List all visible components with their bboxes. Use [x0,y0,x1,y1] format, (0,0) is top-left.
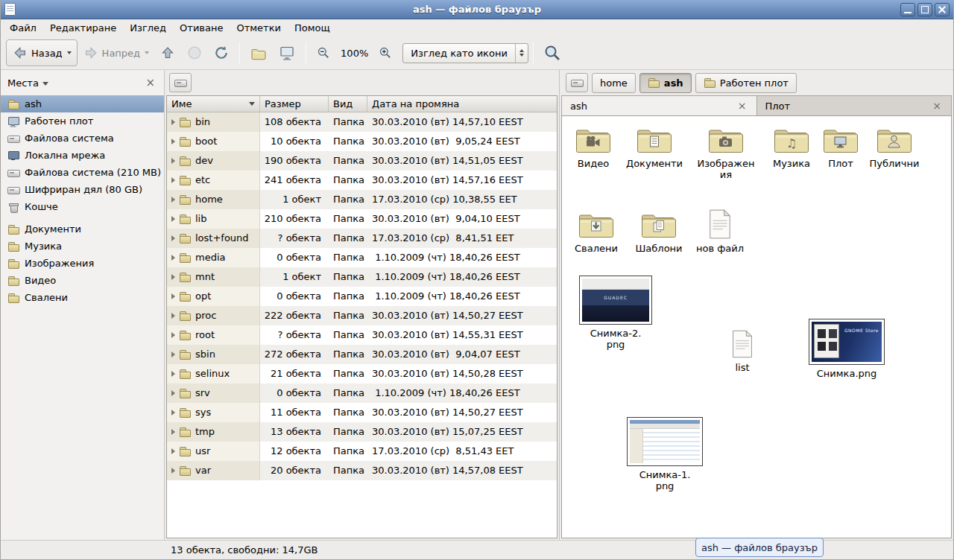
expander-icon[interactable] [171,410,175,416]
icon-view[interactable]: Видео Документи [561,115,952,538]
folder-item[interactable]: Видео [562,125,625,169]
sidebar-place-item[interactable]: Музика [1,238,164,255]
sidebar-place-item[interactable]: ash [1,95,164,112]
maximize-icon[interactable] [917,3,932,16]
folder-item[interactable]: Свалени [565,210,628,254]
expander-icon[interactable] [171,235,175,241]
table-row[interactable]: bin 108 обекта Папка 30.03.2010 (вт) 14,… [167,112,557,132]
file-item[interactable]: нов файл [689,209,751,254]
view-mode-select[interactable]: Изглед като икони [402,43,528,63]
image-item[interactable]: Снимка-1.png [626,417,704,491]
expander-icon[interactable] [171,468,175,474]
expander-icon[interactable] [171,274,175,280]
tab-ash[interactable]: ash × [562,96,757,115]
sidebar-title[interactable]: Места [7,77,39,89]
stop-button[interactable] [181,39,208,66]
expander-icon[interactable] [171,429,175,435]
table-row[interactable]: etc 241 обекта Папка 30.03.2010 (вт) 14,… [167,171,557,190]
folder-item[interactable]: Изображения [695,125,757,180]
table-row[interactable]: opt 0 обекта Папка 1.10.2009 (чт) 18,40,… [167,287,557,306]
expander-icon[interactable] [171,139,175,144]
minimize-icon[interactable] [900,3,915,16]
sidebar-selector-caret-icon[interactable] [42,82,48,86]
left-pane-location-button[interactable] [169,73,192,92]
titlebar[interactable]: ash — файлов браузър [1,0,953,19]
back-history-caret-icon[interactable] [67,51,72,54]
expander-icon[interactable] [171,390,175,396]
table-row[interactable]: sbin 272 обекта Папка 30.03.2010 (вт) 9,… [167,345,557,364]
expander-icon[interactable] [171,448,175,454]
column-header-type[interactable]: Вид [329,96,367,112]
table-row[interactable]: var 20 обекта Папка 30.03.2010 (вт) 14,5… [167,461,557,480]
sidebar-place-item[interactable]: Шифриран дял (80 GB) [1,181,164,198]
table-row[interactable]: home 1 обект Папка 17.03.2010 (ср) 10,38… [167,190,557,209]
image-item[interactable]: GNOME Store Снимка.png [808,319,885,379]
zoom-in-button[interactable] [373,39,398,66]
zoom-out-button[interactable] [311,39,336,66]
sidebar-place-item[interactable]: Кошче [1,198,164,215]
sidebar-close-button[interactable]: × [143,77,157,89]
path-button-desktop[interactable]: Работен плот [695,73,797,93]
image-item[interactable]: GUADEC Снимка-2.png [577,276,654,350]
sidebar-place-item[interactable]: Изображения [1,255,164,272]
combo-spinner-icon[interactable] [515,44,528,63]
folder-item[interactable]: Шаблони [628,210,690,254]
table-row[interactable]: tmp 13 обекта Папка 30.03.2010 (вт) 15,0… [167,422,557,442]
expander-icon[interactable] [171,158,175,164]
sidebar-place-item[interactable]: Видео [1,272,164,289]
tab-desktop[interactable]: Плот × [757,96,952,115]
folder-item[interactable]: Публични [863,125,926,169]
column-header-name[interactable]: Име [167,96,260,112]
sidebar-place-item[interactable]: Свалени [1,289,164,306]
expander-icon[interactable] [171,177,175,183]
search-button[interactable] [538,39,566,66]
table-row[interactable]: mnt 1 обект Папка 1.10.2009 (чт) 18,40,2… [167,267,557,287]
expander-icon[interactable] [171,197,175,203]
path-button-ash[interactable]: ash [639,73,692,93]
column-header-size[interactable]: Размер [260,96,329,112]
sidebar-place-item[interactable]: Работен плот [1,112,164,130]
expander-icon[interactable] [171,119,175,125]
path-button-home[interactable]: home [592,73,636,93]
menu-item[interactable]: Изглед [123,20,173,36]
menu-item[interactable]: Отметки [230,20,287,36]
sidebar-place-item[interactable]: Файлова система (210 MB) [1,164,164,181]
column-header-date[interactable]: Дата на промяна [367,96,557,112]
file-item[interactable]: list [711,329,774,373]
menu-item[interactable]: Отиване [173,20,230,36]
table-row[interactable]: boot 10 обекта Папка 30.03.2010 (вт) 9,0… [167,132,557,151]
expander-icon[interactable] [171,351,175,357]
sidebar-place-item[interactable]: Локална мрежа [1,147,164,164]
table-row[interactable]: proc 222 обекта Папка 30.03.2010 (вт) 14… [167,306,557,325]
computer-button[interactable] [273,39,301,66]
expander-icon[interactable] [171,332,175,338]
menu-item[interactable]: Помощ [288,20,337,36]
expander-icon[interactable] [171,255,175,261]
tab-close-icon[interactable]: × [931,101,943,111]
table-row[interactable]: selinux 21 обекта Папка 30.03.2010 (вт) … [167,364,557,384]
up-button[interactable] [154,39,181,66]
right-pane-location-button[interactable] [566,73,588,92]
menu-item[interactable]: Редактиране [43,20,123,36]
table-row[interactable]: usr 12 обекта Папка 17.03.2010 (ср) 8,51… [167,442,557,461]
tab-close-icon[interactable]: × [736,101,748,111]
forward-button[interactable]: Напред [78,39,154,66]
back-button[interactable]: Назад [6,39,78,66]
table-row[interactable]: root ? обекта Папка 30.03.2010 (вт) 14,5… [167,325,557,345]
table-row[interactable]: sys 11 обекта Папка 30.03.2010 (вт) 14,5… [167,403,557,422]
menu-item[interactable]: Файл [3,20,43,36]
table-row[interactable]: srv 0 обекта Папка 1.10.2009 (чт) 18,40,… [167,384,557,403]
reload-button[interactable] [208,39,235,66]
taskbar-window-button[interactable]: ash — файлов браузър [695,538,824,557]
folder-item[interactable]: Документи [623,125,686,169]
table-row[interactable]: media 0 обекта Папка 1.10.2009 (чт) 18,4… [167,248,557,267]
sidebar-place-item[interactable]: Файлова система [1,130,164,147]
expander-icon[interactable] [171,371,175,377]
table-row[interactable]: lost+found ? обекта Папка 17.03.2010 (ср… [167,229,557,248]
home-button[interactable] [244,39,273,66]
expander-icon[interactable] [171,313,175,319]
close-icon[interactable] [935,3,950,16]
table-row[interactable]: dev 190 обекта Папка 30.03.2010 (вт) 14,… [167,151,557,171]
expander-icon[interactable] [171,216,175,222]
expander-icon[interactable] [171,293,175,299]
